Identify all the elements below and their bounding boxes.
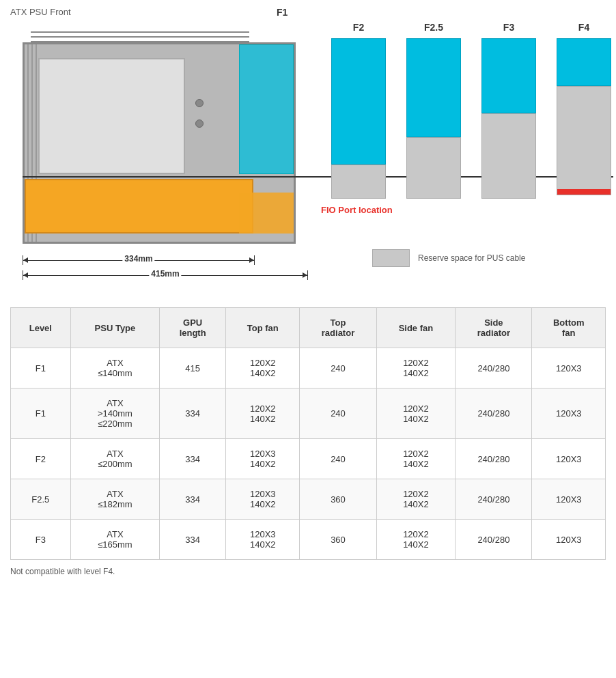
case-illustration: 334mm 415mm [10, 22, 311, 247]
table-row: F1 ATX≤140mm 415 120X2140X2 240 120X2140… [11, 348, 606, 389]
cell-bottom-fan: 120X3 [532, 389, 606, 439]
col-gpu-length: GPUlength [160, 308, 226, 348]
cell-side-radiator: 240/280 [456, 348, 532, 389]
cell-bottom-fan: 120X3 [532, 439, 606, 479]
cell-side-fan: 120X2140X2 [376, 348, 456, 389]
cell-level: F3 [11, 520, 71, 560]
col-psu-type: PSU Type [70, 308, 159, 348]
cell-top-radiator: 240 [300, 348, 376, 389]
cell-level: F2 [11, 439, 71, 479]
f3-gray-bar [481, 113, 536, 199]
cell-psu-type: ATX≤200mm [70, 439, 159, 479]
cell-top-fan: 120X3140X2 [226, 479, 300, 520]
cell-top-radiator: 240 [300, 439, 376, 479]
f1-orange-inner [239, 193, 294, 234]
f2-bar-col: F2 [321, 22, 396, 199]
f3-label: F3 [503, 22, 514, 33]
cell-gpu-length: 415 [160, 348, 226, 389]
cell-psu-type: ATX≤140mm [70, 348, 159, 389]
bars-area: F2 F2.5 F3 F4 [321, 22, 616, 199]
cell-top-radiator: 240 [300, 389, 376, 439]
f4-gray-bar [557, 86, 611, 195]
specs-table: Level PSU Type GPUlength Top fan Topradi… [10, 307, 606, 560]
cell-top-fan: 120X3140X2 [226, 439, 300, 479]
cell-psu-type: ATX>140mm≤220mm [70, 389, 159, 439]
col-top-fan: Top fan [226, 308, 300, 348]
f2-blue-bar [331, 38, 386, 165]
cell-top-fan: 120X2140X2 [226, 389, 300, 439]
cell-side-radiator: 240/280 [456, 479, 532, 520]
f3-bar-col: F3 [471, 22, 546, 199]
cell-level: F1 [11, 389, 71, 439]
cell-bottom-fan: 120X3 [532, 520, 606, 560]
cell-level: F2.5 [11, 479, 71, 520]
table-row: F2.5 ATX≤182mm 334 120X3140X2 360 120X21… [11, 479, 606, 520]
cell-top-fan: 120X2140X2 [226, 348, 300, 389]
f25-label: F2.5 [424, 22, 443, 33]
gpu-bar [25, 179, 253, 234]
cell-side-fan: 120X2140X2 [376, 520, 456, 560]
f2-label: F2 [353, 22, 364, 33]
cell-side-fan: 120X2140X2 [376, 439, 456, 479]
cell-top-radiator: 360 [300, 479, 376, 520]
col-level: Level [11, 308, 71, 348]
measure-415: 415mm [23, 269, 308, 281]
atx-psu-label: ATX PSU Front [10, 7, 71, 17]
f25-bar-col: F2.5 [396, 22, 471, 199]
table-row: F2 ATX≤200mm 334 120X3140X2 240 120X2140… [11, 439, 606, 479]
col-bottom-fan: Bottomfan [532, 308, 606, 348]
legend: Reserve space for PUS cable [372, 249, 525, 267]
col-side-radiator: Sideradiator [456, 308, 532, 348]
cell-gpu-length: 334 [160, 479, 226, 520]
f1-blue-inner [239, 44, 294, 174]
table-row: F1 ATX>140mm≤220mm 334 120X2140X2 240 12… [11, 389, 606, 439]
f4-bar-col: F4 [546, 22, 616, 199]
cell-psu-type: ATX≤165mm [70, 520, 159, 560]
cell-side-fan: 120X2140X2 [376, 479, 456, 520]
case-outer [23, 42, 296, 244]
col-top-radiator: Topradiator [300, 308, 376, 348]
cell-bottom-fan: 120X3 [532, 348, 606, 389]
f4-label: F4 [578, 22, 589, 33]
cell-level: F1 [11, 348, 71, 389]
legend-box [372, 249, 410, 267]
cell-top-fan: 120X3140X2 [226, 520, 300, 560]
f1-col-label: F1 [277, 7, 288, 18]
legend-label: Reserve space for PUS cable [418, 253, 525, 263]
cell-side-radiator: 240/280 [456, 520, 532, 560]
f25-gray-bar [406, 137, 461, 199]
f4-red-indicator [557, 189, 611, 195]
cell-psu-type: ATX≤182mm [70, 479, 159, 520]
measure-334: 334mm [23, 254, 255, 269]
table-row: F3 ATX≤165mm 334 120X3140X2 360 120X2140… [11, 520, 606, 560]
cell-side-fan: 120X2140X2 [376, 389, 456, 439]
cell-side-radiator: 240/280 [456, 389, 532, 439]
f3-blue-bar [481, 38, 536, 113]
compatibility-note: Not compatible with level F4. [10, 567, 606, 576]
table-header-row: Level PSU Type GPUlength Top fan Topradi… [11, 308, 606, 348]
f4-blue-bar [557, 38, 611, 86]
f2-gray-bar [331, 165, 386, 199]
table-section: Level PSU Type GPUlength Top fan Topradi… [10, 307, 606, 576]
cell-gpu-length: 334 [160, 439, 226, 479]
col-side-fan: Side fan [376, 308, 456, 348]
diagram-section: ATX PSU Front F1 [10, 7, 606, 294]
cell-gpu-length: 334 [160, 389, 226, 439]
fio-port-label: FIO Port location [321, 205, 393, 215]
cell-gpu-length: 334 [160, 520, 226, 560]
f25-blue-bar [406, 38, 461, 137]
cell-top-radiator: 360 [300, 520, 376, 560]
cell-side-radiator: 240/280 [456, 439, 532, 479]
cell-bottom-fan: 120X3 [532, 479, 606, 520]
mobo-area [38, 58, 185, 174]
